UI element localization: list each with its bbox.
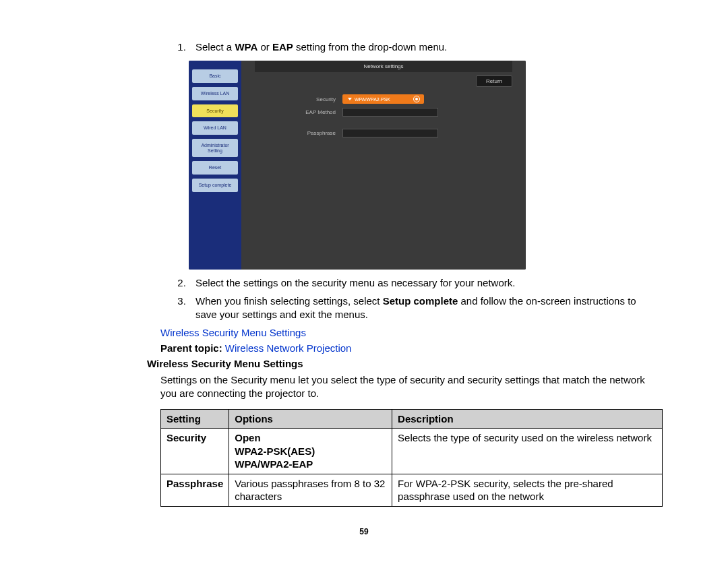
screenshot-main: Network settings Return Security WPA/WPA… bbox=[241, 61, 526, 270]
step2-text: Select the settings on the security menu… bbox=[195, 277, 515, 288]
step-list: Select a WPA or EAP setting from the dro… bbox=[81, 40, 647, 54]
page-number: 59 bbox=[81, 527, 647, 536]
section-body: Settings on the Security menu let you se… bbox=[160, 373, 647, 401]
settings-table: Setting Options Description SecurityOpen… bbox=[160, 409, 663, 507]
screenshot-title: Network settings bbox=[255, 61, 512, 72]
step1-text-post: setting from the drop-down menu. bbox=[293, 41, 447, 53]
table-row: PassphraseVarious passphrases from 8 to … bbox=[161, 474, 663, 506]
step1-text-pre: Select a bbox=[195, 41, 235, 53]
step-3: When you finish selecting settings, sele… bbox=[189, 294, 647, 322]
network-settings-screenshot: BasicWireless LANSecurityWired LANAdmini… bbox=[189, 61, 526, 270]
sidebar-item-wireless-lan[interactable]: Wireless LAN bbox=[192, 87, 238, 100]
table-row: SecurityOpenWPA2-PSK(AES)WPA/WPA2-EAPSel… bbox=[161, 429, 663, 474]
cell-setting: Security bbox=[161, 429, 229, 474]
sidebar-item-security[interactable]: Security bbox=[192, 104, 238, 118]
parent-topic-label: Parent topic: bbox=[160, 342, 225, 354]
passphrase-field[interactable] bbox=[342, 129, 438, 137]
passphrase-label: Passphrase bbox=[268, 130, 342, 136]
step-list-cont: Select the settings on the security menu… bbox=[81, 276, 647, 321]
parent-topic-line: Parent topic: Wireless Network Projectio… bbox=[160, 342, 647, 354]
security-label: Security bbox=[268, 96, 342, 102]
cell-setting: Passphrase bbox=[161, 474, 229, 506]
step-1: Select a WPA or EAP setting from the dro… bbox=[189, 40, 647, 54]
cell-options: OpenWPA2-PSK(AES)WPA/WPA2-EAP bbox=[229, 429, 392, 474]
sidebar-item-wired-lan[interactable]: Wired LAN bbox=[192, 121, 238, 135]
sidebar-item-reset[interactable]: Reset bbox=[192, 161, 238, 175]
step-2: Select the settings on the security menu… bbox=[189, 276, 647, 290]
cell-description: For WPA-2-PSK security, selects the pre-… bbox=[392, 474, 663, 506]
step1-bold1: WPA bbox=[235, 41, 257, 53]
th-setting: Setting bbox=[161, 409, 229, 429]
screenshot-sidebar: BasicWireless LANSecurityWired LANAdmini… bbox=[189, 61, 241, 270]
sidebar-item-administrator-setting[interactable]: Administrator Setting bbox=[192, 139, 238, 157]
step1-bold2: EAP bbox=[272, 41, 293, 53]
eap-row: EAP Method bbox=[241, 106, 526, 119]
sidebar-item-setup-complete[interactable]: Setup complete bbox=[192, 179, 238, 192]
eap-field[interactable] bbox=[342, 108, 438, 117]
security-row: Security WPA/WPA2-PSK bbox=[241, 92, 526, 106]
chevron-down-icon bbox=[348, 98, 352, 100]
step1-text-mid: or bbox=[257, 41, 272, 53]
security-dropdown[interactable]: WPA/WPA2-PSK bbox=[342, 94, 424, 104]
security-value: WPA/WPA2-PSK bbox=[355, 97, 390, 102]
sidebar-item-basic[interactable]: Basic bbox=[192, 69, 238, 83]
table-header-row: Setting Options Description bbox=[161, 409, 663, 429]
step3-text-pre: When you finish selecting settings, sele… bbox=[195, 295, 383, 307]
wireless-security-link[interactable]: Wireless Security Menu Settings bbox=[160, 327, 306, 338]
cell-options: Various passphrases from 8 to 32 charact… bbox=[229, 474, 392, 506]
step3-bold: Setup complete bbox=[383, 295, 458, 307]
th-options: Options bbox=[229, 409, 392, 429]
passphrase-row: Passphrase bbox=[241, 127, 526, 139]
section-heading: Wireless Security Menu Settings bbox=[147, 358, 647, 369]
radio-icon bbox=[413, 96, 420, 102]
eap-label: EAP Method bbox=[268, 109, 342, 115]
parent-topic-link[interactable]: Wireless Network Projection bbox=[225, 342, 352, 354]
return-button[interactable]: Return bbox=[476, 75, 512, 87]
cell-description: Selects the type of security used on the… bbox=[392, 429, 663, 474]
th-description: Description bbox=[392, 409, 663, 429]
